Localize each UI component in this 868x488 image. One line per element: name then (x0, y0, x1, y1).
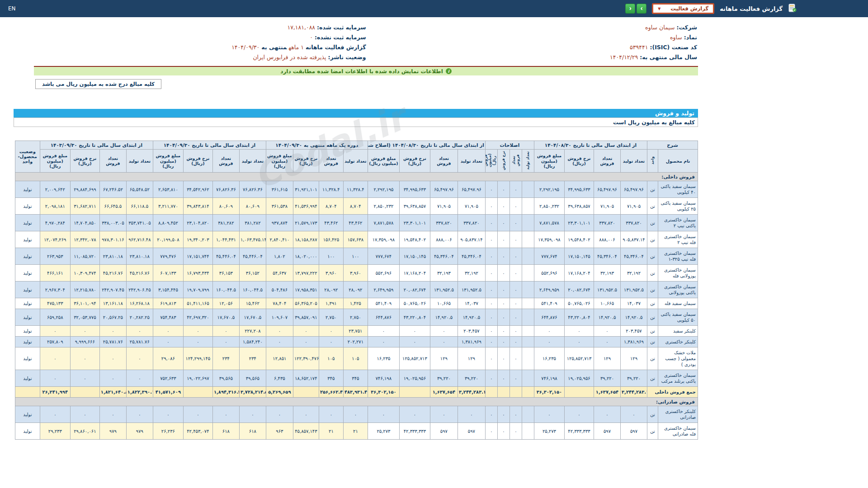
value-cell: ۳۳۷,۸۲۰ (621, 215, 647, 231)
value-cell (522, 198, 534, 215)
value-cell: ۷۵۴,۴۸۳ (153, 309, 183, 326)
value-cell: ۳۳۷,۸۲۰ (430, 215, 458, 231)
value-cell: ۱۱,۳۲۸.۴ (319, 181, 343, 198)
value-cell: ۱۲۵,۸۵۲,۷۱۳ (399, 347, 430, 370)
value-cell: ۰ (293, 326, 319, 337)
value-cell: ۳۴۵ (319, 370, 343, 387)
value-cell: ۶۱۸ (212, 423, 239, 440)
col-e-1: تعداد فروش (212, 150, 239, 173)
value-cell: ۲۰,۲۸۲.۲۵ (126, 309, 153, 326)
value-cell: ۱۱,۰۸۵,۷۲۰ (70, 248, 99, 265)
value-cell: ۰ (565, 326, 594, 337)
info-value: ۱۴۰۴/۱۲/۲۹ (610, 54, 638, 61)
status-cell: تولید (15, 298, 40, 309)
value-cell: ۱۲۹ (621, 347, 647, 370)
value-cell: ۱۹,۰۲۵,۹۵۶ (399, 370, 430, 387)
value-cell: ۱۹,۰۲۲,۶۹۷ (183, 370, 212, 387)
report-type-dropdown[interactable]: گزارش فعالیت ▼ (652, 3, 714, 14)
value-cell: ۷۶,۸۲۶.۳۶ (239, 181, 266, 198)
value-cell: ۰ (399, 406, 430, 423)
next-report-button[interactable]: ‹ (637, 4, 646, 14)
product-name-cell: سیمان خاکستری پوزولانی فله (658, 265, 698, 282)
value-cell: ۲,۶۴۹,۹۵۹ (368, 282, 399, 298)
info-value[interactable]: سیمان ساوه (645, 24, 675, 31)
value-cell: ۲,۰۰۹,۶۴۲ (40, 181, 70, 198)
value-cell: ۳۸۱,۲۸۲ (239, 215, 266, 231)
value-cell: ۱,۴۲۵ (343, 298, 368, 309)
status-cell: تولید (15, 337, 40, 347)
value-cell: ۲۳,۷۵۱ (343, 326, 368, 337)
value-cell: ۳۶,۳۰۲,۱۵۰ (534, 387, 564, 398)
value-cell: ۶۱۹,۸۱۳ (153, 298, 183, 309)
value-cell: ۴۲,۶۹۷,۳۲۰ (183, 309, 212, 326)
col-e-2: نرخ فروش (ریال) (183, 150, 212, 173)
value-cell: ۲۰,۱۹۹,۵۰۸ (153, 231, 183, 248)
content: شرکت:سیمان ساوهنماد:ساوهکد صنعت (ISIC):۵… (14, 17, 698, 440)
value-cell: ۰ (343, 406, 368, 423)
value-cell: ۰ (126, 370, 153, 387)
value-cell: ۲۱ (343, 423, 368, 440)
value-cell: ۱,۰۶۳,۴۷۵.۱۴ (239, 231, 266, 248)
value-cell: ۲,۶۴۹,۹۵۹ (534, 282, 564, 298)
product-name-cell: سیمان خاکستری پاکتی تیپ ۲ (658, 215, 698, 231)
value-cell: ۷,۸۷۱,۵۷۸ (534, 215, 564, 231)
value-cell: ۹۰۵,۸۳۷.۱۴ (621, 231, 647, 248)
value-cell: ۶۱۸ (239, 423, 266, 440)
value-cell: ۰ (212, 406, 239, 423)
value-cell: ۵۰,۷۶۵,۰۲۶ (399, 298, 430, 309)
value-cell: ۱۰,۳۰۹,۴۷۴ (70, 265, 99, 282)
value-cell: ۴۱,۵۳۶,۹۹۴ (293, 198, 319, 215)
value-cell: ۰ (485, 423, 497, 440)
value-cell: ۰ (99, 347, 126, 370)
value-cell: ۶۵,۴۹۷.۹۶ (458, 181, 485, 198)
value-cell: ۴۸۳,۹۳۱.۴ (343, 387, 368, 398)
table-row: سیمان سفید فلهتن۱۴,۰۳۷۱۰,۶۶۵۵۰,۷۶۵,۰۲۶۵۴… (15, 298, 698, 309)
value-cell (485, 387, 497, 398)
prev-report-button[interactable]: › (625, 4, 635, 14)
total-label-cell: جمع فروش داخلی (647, 387, 698, 398)
value-cell: ۲۳,۸۱۰.۱۸ (99, 248, 126, 265)
value-cell: ۳۲,۱۹۲ (621, 265, 647, 282)
value-cell: ۷,۸۷۱,۵۷۸ (368, 215, 399, 231)
status-cell: تولید (15, 406, 40, 423)
info-row: نماد:ساوه (366, 33, 698, 42)
value-cell: ۰ (497, 231, 509, 248)
value-cell: ۲,۷۵۰ (319, 309, 343, 326)
col-b-1: تعداد فروش (509, 150, 522, 173)
value-cell: ۰ (509, 248, 522, 265)
value-cell: ۰ (212, 326, 239, 337)
value-cell: ۰ (509, 406, 522, 423)
value-cell: ۰ (399, 326, 430, 337)
value-cell: ۱۳,۱۶۱.۱۸ (99, 298, 126, 309)
col-c-3: مبلغ فروش (میلیون ریال) (368, 150, 399, 173)
table-row: کلینکر سفیدتن۲۰۳,۴۵۷۰۰۰۰۰۰۲۰۳,۴۵۷۰۰۰۲۳,۷… (15, 326, 698, 337)
status-cell: تولید (15, 282, 40, 298)
language-toggle[interactable]: EN (8, 5, 16, 12)
value-cell: ۰ (485, 298, 497, 309)
value-cell: ۰ (40, 326, 70, 337)
product-name-cell: سیمان خاکستری پاکتی پرتلند مرکب (658, 370, 698, 387)
value-cell: ۱۷,۳۵۹,۰۹۸ (534, 231, 564, 248)
table-row: سیمان خاکستری پوزولانی فلهتن۳۲,۱۹۲۳۲,۱۹۳… (15, 265, 698, 282)
value-cell: ۵۱,۴۱۱,۱۶۵ (183, 298, 212, 309)
value-cell: ۲۳,۸۱۰.۱۸ (126, 248, 153, 265)
unit-cell: تن (647, 231, 658, 248)
value-cell: ۰ (485, 309, 497, 326)
section-title: تولید و فروش (655, 110, 694, 117)
value-cell: ۴۲,۴۵۳,۰۷۴ (183, 423, 212, 440)
product-name-cell: ملات خشک معمولی ( چسب پودری ) (658, 347, 698, 370)
value-cell: ۲۸,۰۹۲ (319, 282, 343, 298)
amounts-note-row: کلیه مبالغ به میلیون ریال است (14, 117, 698, 127)
info-value[interactable]: ساوه (670, 34, 682, 41)
value-cell: ۲۰,۰۸۲,۶۷۴ (565, 282, 594, 298)
value-cell: ۱۸,۶۵۲,۱۷۴ (293, 370, 319, 387)
value-cell: ۶۴۴,۸۷۶ (368, 309, 399, 326)
col-unit: واحد (647, 150, 658, 173)
value-cell: ۰ (183, 406, 212, 423)
col-f-0: تعداد تولید (126, 150, 153, 173)
value-cell (522, 406, 534, 423)
value-cell: ۶۵,۴۹۷.۹۶ (430, 181, 458, 198)
value-cell: ۲,۹۶۷,۳۰۴ (40, 282, 70, 298)
col-group-f: از ابتدای سال مالی تا تاریخ ۱۴۰۳/۰۹/۳۰ (40, 141, 153, 150)
value-cell: ۱۹,۰۲۵,۹۵۶ (565, 370, 594, 387)
